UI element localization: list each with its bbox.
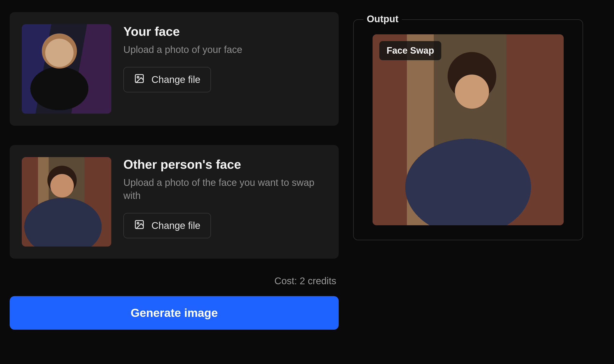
image-icon [134, 73, 145, 86]
other-face-thumbnail[interactable] [22, 157, 111, 247]
other-face-subtitle: Upload a photo of the face you want to s… [123, 176, 327, 202]
other-face-card: Other person's face Upload a photo of th… [10, 145, 339, 259]
change-file-label: Change file [151, 220, 200, 231]
your-face-title: Your face [123, 24, 327, 39]
generate-button[interactable]: Generate image [10, 296, 339, 330]
output-panel: Output Face Swap [353, 19, 583, 240]
your-face-subtitle: Upload a photo of your face [123, 43, 327, 56]
output-image[interactable]: Face Swap [373, 34, 564, 225]
inputs-column: Your face Upload a photo of your face Ch… [10, 12, 339, 352]
cost-label: Cost: 2 credits [10, 275, 339, 286]
your-face-thumbnail[interactable] [22, 24, 111, 114]
output-legend: Output [363, 13, 402, 25]
other-face-change-button[interactable]: Change file [123, 213, 211, 238]
page-root: Your face Upload a photo of your face Ch… [0, 0, 614, 364]
svg-point-3 [137, 222, 139, 224]
output-badge: Face Swap [379, 41, 441, 60]
change-file-label: Change file [151, 74, 200, 85]
svg-point-1 [137, 76, 139, 78]
other-face-title: Other person's face [123, 157, 327, 172]
image-icon [134, 219, 145, 232]
your-face-body: Your face Upload a photo of your face Ch… [123, 24, 327, 92]
other-face-body: Other person's face Upload a photo of th… [123, 157, 327, 238]
output-column: Output Face Swap [353, 12, 583, 352]
your-face-change-button[interactable]: Change file [123, 67, 211, 92]
your-face-card: Your face Upload a photo of your face Ch… [10, 12, 339, 126]
